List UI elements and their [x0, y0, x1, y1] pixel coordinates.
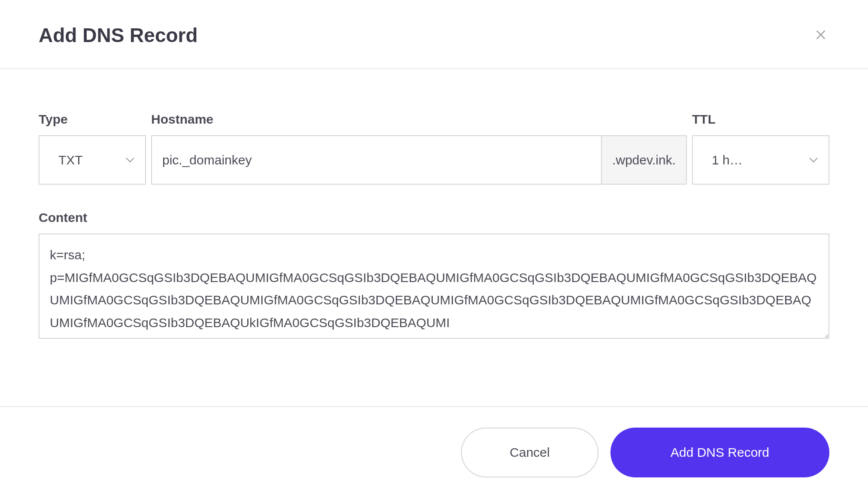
field-row-top: Type TXT Hostname .wpdev.ink.	[39, 112, 829, 185]
close-icon	[815, 29, 827, 42]
ttl-label: TTL	[692, 112, 829, 127]
hostname-input[interactable]	[152, 136, 601, 184]
type-value: TXT	[50, 153, 125, 167]
ttl-select[interactable]: 1 h…	[692, 135, 829, 185]
modal-header: Add DNS Record	[0, 0, 868, 69]
ttl-field-group: TTL 1 h…	[692, 112, 829, 185]
ttl-value: 1 h…	[703, 153, 809, 167]
close-button[interactable]	[812, 27, 829, 44]
type-label: Type	[39, 112, 146, 127]
chevron-down-icon	[125, 157, 135, 163]
type-select[interactable]: TXT	[39, 135, 146, 185]
modal-title: Add DNS Record	[39, 24, 198, 47]
add-dns-record-button[interactable]: Add DNS Record	[610, 428, 829, 477]
modal-footer: Cancel Add DNS Record	[0, 407, 868, 498]
content-field-group: Content	[39, 210, 829, 339]
modal-body: Type TXT Hostname .wpdev.ink.	[0, 69, 868, 407]
type-field-group: Type TXT	[39, 112, 146, 185]
add-dns-record-modal: Add DNS Record Type TXT	[0, 0, 868, 498]
content-textarea[interactable]	[39, 234, 829, 339]
cancel-button[interactable]: Cancel	[461, 428, 598, 477]
hostname-wrapper: .wpdev.ink.	[151, 135, 687, 185]
hostname-suffix: .wpdev.ink.	[601, 136, 686, 184]
content-label: Content	[39, 210, 829, 225]
hostname-field-group: Hostname .wpdev.ink.	[151, 112, 687, 185]
hostname-label: Hostname	[151, 112, 687, 127]
chevron-down-icon	[809, 157, 818, 163]
